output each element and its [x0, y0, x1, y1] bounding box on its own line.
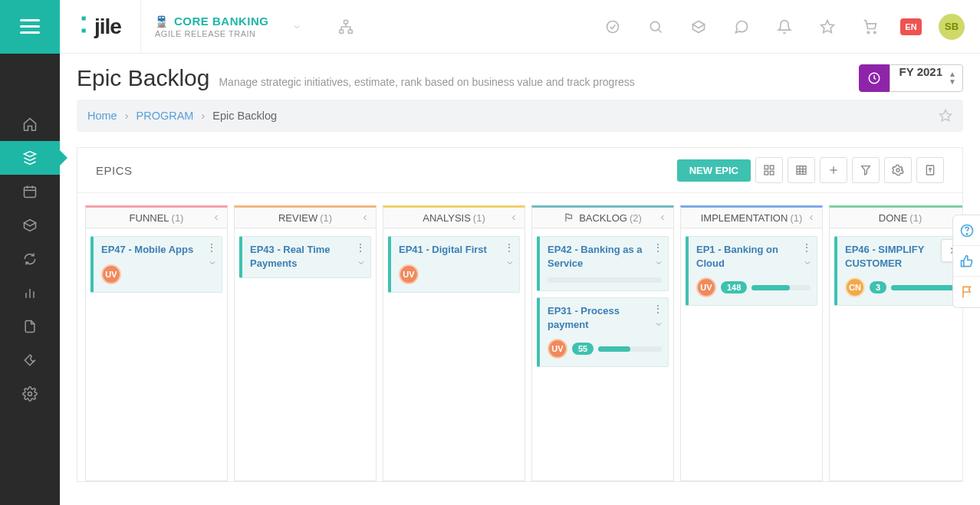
search-icon[interactable] [643, 14, 669, 40]
chevron-left-icon[interactable] [807, 213, 816, 222]
svg-rect-22 [770, 171, 774, 175]
favorite-star-icon[interactable] [939, 109, 952, 123]
help-icon[interactable] [953, 215, 980, 246]
board-scroll-area: FUNNEL (1)EP47 - Mobile Apps⋮UVREVIEW (1… [77, 193, 962, 481]
gear-icon[interactable] [884, 157, 912, 183]
left-nav [0, 54, 60, 505]
filter-icon[interactable] [852, 157, 880, 183]
card-title: EP1 - Banking on Cloud [696, 243, 811, 270]
card-title: EP42 - Banking as a Service [548, 243, 662, 270]
tour-flag-icon[interactable] [953, 277, 980, 307]
svg-point-31 [896, 169, 899, 172]
period-select[interactable]: FY 2021 ▲▼ [890, 64, 963, 92]
kebab-menu-icon[interactable]: ⋮ [801, 241, 812, 254]
nav-settings[interactable] [0, 377, 60, 411]
kebab-menu-icon[interactable]: ⋮ [355, 241, 366, 254]
assignee-avatar[interactable]: UV [399, 264, 419, 284]
inbox-icon[interactable] [686, 14, 712, 40]
lane-header[interactable]: ANALYSIS (1) [383, 205, 525, 228]
new-epic-button[interactable]: NEW EPIC [677, 159, 751, 182]
svg-point-8 [874, 31, 876, 34]
card-footer: UV [101, 264, 215, 284]
lane-body: EP42 - Banking as a Service⋮EP31 - Proce… [531, 228, 674, 481]
assignee-avatar[interactable]: UV [696, 277, 716, 297]
lane-body: EP43 - Real Time Payments⋮ [234, 228, 377, 481]
breadcrumb-home[interactable]: Home [87, 110, 117, 122]
period-clock-button[interactable] [859, 64, 890, 92]
view-table-icon[interactable] [788, 157, 815, 183]
project-switcher[interactable]: 🚆 CORE BANKING AGILE RELEASE TRAIN [140, 0, 315, 54]
lane-count: (1) [790, 212, 802, 224]
svg-point-3 [607, 21, 619, 32]
view-grid-icon[interactable] [755, 157, 783, 183]
nav-backlog[interactable] [0, 141, 60, 175]
epic-card[interactable]: EP1 - Banking on Cloud⋮UV148 [686, 236, 817, 306]
app-logo[interactable]: ⠅jile [60, 0, 140, 54]
chevron-down-icon[interactable] [654, 320, 663, 329]
epic-card[interactable]: EP43 - Real Time Payments⋮ [239, 236, 371, 278]
user-avatar[interactable]: SB [939, 14, 965, 40]
lane-body: EP1 - Banking on Cloud⋮UV148 [680, 228, 823, 481]
lane-header[interactable]: REVIEW (1) [234, 205, 377, 228]
star-icon[interactable] [814, 14, 840, 40]
breadcrumb-program[interactable]: PROGRAM [136, 110, 194, 122]
epic-card[interactable]: EP42 - Banking as a Service⋮ [537, 236, 669, 291]
chevron-down-icon[interactable] [292, 22, 301, 31]
kebab-menu-icon[interactable]: ⋮ [504, 241, 515, 254]
chevron-left-icon[interactable] [212, 213, 221, 222]
chevron-down-icon[interactable] [208, 258, 217, 267]
select-caret-icon: ▲▼ [949, 71, 956, 86]
nav-reports[interactable] [0, 276, 60, 310]
nav-home[interactable] [0, 107, 60, 141]
kebab-menu-icon[interactable]: ⋮ [653, 241, 663, 254]
check-circle-icon[interactable] [600, 14, 626, 40]
assignee-avatar[interactable]: CN [845, 277, 865, 297]
nav-files[interactable] [0, 310, 60, 343]
lane-header[interactable]: FUNNEL (1) [85, 205, 228, 228]
language-badge[interactable]: EN [900, 18, 922, 35]
chat-icon[interactable] [728, 14, 755, 40]
assignee-avatar[interactable]: UV [101, 264, 121, 284]
assignee-avatar[interactable]: UV [548, 339, 567, 359]
bell-icon[interactable] [771, 14, 797, 40]
epic-card[interactable]: EP47 - Mobile Apps⋮UV [90, 236, 222, 293]
nav-tools[interactable] [0, 343, 60, 377]
lane-review: REVIEW (1)EP43 - Real Time Payments⋮ [234, 205, 377, 481]
cart-icon[interactable] [857, 14, 883, 40]
hamburger-menu[interactable] [0, 0, 60, 54]
lane-body: EP41 - Digital First⋮UV [383, 228, 525, 481]
card-footer [548, 277, 662, 283]
svg-marker-18 [940, 110, 952, 121]
chevron-left-icon[interactable] [658, 213, 667, 222]
nav-box[interactable] [0, 208, 60, 242]
chevron-left-icon[interactable] [360, 213, 370, 222]
breadcrumb-sep: › [201, 110, 205, 122]
nav-calendar[interactable] [0, 175, 60, 208]
kebab-menu-icon[interactable]: ⋮ [653, 303, 663, 315]
svg-marker-30 [862, 166, 870, 175]
chevron-down-icon[interactable] [803, 258, 812, 267]
chevron-down-icon[interactable] [505, 258, 515, 267]
kebab-menu-icon[interactable]: ⋮ [206, 241, 217, 254]
lane-header[interactable]: IMPLEMENTATION (1) [680, 205, 823, 228]
nav-loop[interactable] [0, 242, 60, 276]
chevron-left-icon[interactable] [509, 213, 518, 222]
progress-bar [751, 285, 811, 290]
svg-point-4 [650, 21, 659, 31]
page-header: Epic Backlog Manage strategic initiative… [77, 63, 963, 100]
thumbs-up-icon[interactable] [953, 246, 980, 277]
lane-header[interactable]: BACKLOG (2) [531, 205, 674, 228]
lane-header[interactable]: DONE (1) [829, 205, 962, 228]
count-pill: 3 [870, 281, 886, 293]
epic-card[interactable]: EP31 - Process payment⋮UV55 [537, 297, 669, 367]
chevron-down-icon[interactable] [654, 258, 663, 267]
plus-icon[interactable] [820, 157, 847, 183]
lane-count: (2) [630, 212, 642, 224]
epic-card[interactable]: EP41 - Digital First⋮UV [388, 236, 520, 293]
count-pill: 148 [721, 281, 747, 293]
chevron-down-icon[interactable] [357, 258, 366, 267]
export-icon[interactable] [916, 157, 944, 183]
hierarchy-icon[interactable] [338, 19, 354, 34]
lane-count: (1) [473, 212, 485, 224]
help-dock [952, 215, 980, 308]
